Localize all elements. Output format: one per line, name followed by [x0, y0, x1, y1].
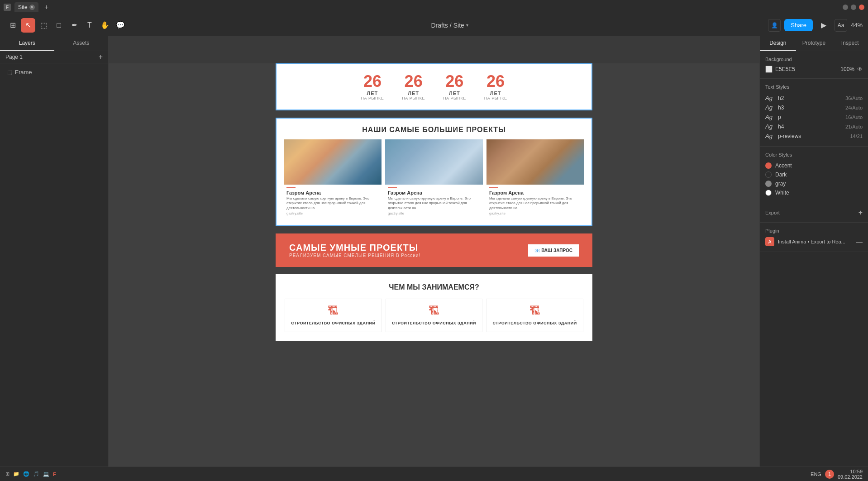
tab-assets[interactable]: Assets — [54, 36, 109, 51]
main-layout: Layers Assets Page 1 + ⬚ Frame 26 ЛЕТ — [0, 36, 868, 467]
canvas-area[interactable]: 26 ЛЕТ на рынке 26 ЛЕТ на рынке 26 ЛЕТ н… — [109, 36, 759, 467]
color-style-dark[interactable]: Dark — [765, 170, 863, 179]
project-link-2: gaztry.site — [388, 211, 480, 215]
close-btn[interactable] — [859, 5, 864, 10]
breadcrumb-separator: / — [450, 22, 452, 29]
pen-tool-btn[interactable]: ✒ — [67, 18, 81, 33]
stat-number-1: 26 — [361, 73, 384, 90]
color-style-gray[interactable]: gray — [765, 179, 863, 188]
share-button[interactable]: Share — [784, 19, 813, 31]
bg-visibility-btn[interactable]: 👁 — [857, 66, 863, 72]
stat-label-1: ЛЕТ — [361, 90, 384, 96]
style-size-h2: 36/Auto — [845, 95, 863, 101]
breadcrumb-drafts[interactable]: Drafts — [431, 22, 448, 29]
export-title: Export — [765, 210, 780, 215]
text-style-h2[interactable]: Ag h2 36/Auto — [765, 93, 863, 103]
status-datetime: 10:59 09.02.2022 — [838, 469, 863, 480]
text-style-p[interactable]: Ag p 16/Auto — [765, 112, 863, 122]
page-selector: Page 1 + — [0, 51, 108, 63]
frame-tool-btn[interactable]: ⬚ — [36, 18, 51, 33]
shape-tool-btn[interactable]: □ — [52, 18, 66, 33]
stat-item-3: 26 ЛЕТ на рынке — [443, 73, 466, 100]
status-time: 10:59 — [850, 469, 863, 474]
stat-sublabel-1: на рынке — [361, 96, 384, 100]
tab-layers[interactable]: Layers — [0, 36, 54, 51]
text-style-h4[interactable]: Ag h4 21/Auto — [765, 122, 863, 131]
export-row: Export + — [765, 209, 863, 217]
project-name-3: Газром Арена — [489, 190, 582, 195]
plugin-row: A Install Anima • Export to Rea... — — [765, 237, 863, 246]
bg-color-swatch[interactable] — [765, 66, 773, 73]
cta-button[interactable]: 📧 ВАШ ЗАПРОС — [528, 244, 579, 257]
add-page-btn[interactable]: + — [99, 53, 103, 61]
page-label[interactable]: Page 1 — [5, 54, 23, 60]
dark-swatch — [765, 171, 772, 178]
color-style-accent[interactable]: Accent — [765, 161, 863, 170]
select-tool-btn[interactable]: ↖ — [21, 18, 35, 33]
stats-section: 26 ЛЕТ на рынке 26 ЛЕТ на рынке 26 ЛЕТ н… — [276, 63, 592, 110]
status-figma-icon[interactable]: F — [53, 471, 56, 477]
style-ag-p: Ag — [765, 114, 774, 120]
menu-btn[interactable]: ⊞ — [5, 18, 20, 33]
style-size-h3: 24/Auto — [845, 105, 863, 110]
app-tab[interactable]: Site × — [14, 2, 38, 12]
project-card-1: Газром Арена Мы сделали самую крупную ар… — [284, 139, 382, 218]
maximize-btn[interactable] — [851, 5, 856, 10]
style-ag-p-reviews: Ag — [765, 133, 774, 139]
tab-prototype[interactable]: Prototype — [796, 36, 832, 51]
notification-badge: 1 — [825, 470, 834, 479]
tab-add-btn[interactable]: + — [42, 3, 51, 12]
project-link-1: gaztry.site — [286, 211, 379, 215]
service-card-3: 🏗 СТРОИТЕЛЬСТВО ОФИСНЫХ ЗДАНИЙ — [486, 299, 583, 332]
services-grid: 🏗 СТРОИТЕЛЬСТВО ОФИСНЫХ ЗДАНИЙ 🏗 СТРОИТЕ… — [285, 299, 583, 332]
text-style-p-reviews[interactable]: Ag p-reviews 14/21 — [765, 131, 863, 141]
comment-tool-btn[interactable]: 💬 — [113, 18, 128, 33]
text-style-h3[interactable]: Ag h3 24/Auto — [765, 103, 863, 112]
color-styles-title: Color Styles — [765, 152, 863, 157]
canvas-scroll[interactable]: 26 ЛЕТ на рынке 26 ЛЕТ на рынке 26 ЛЕТ н… — [109, 36, 759, 467]
tab-design[interactable]: Design — [760, 36, 796, 51]
tab-inspect[interactable]: Inspect — [832, 36, 868, 51]
status-language: ENG — [811, 471, 821, 477]
bg-color-hex[interactable]: E5E5E5 — [775, 66, 838, 72]
minimize-btn[interactable] — [843, 5, 848, 10]
play-btn[interactable]: ▶ — [816, 18, 831, 33]
status-folder-icon[interactable]: 📁 — [13, 471, 19, 477]
plugin-name: Install Anima • Export to Rea... — [778, 239, 853, 244]
bg-opacity[interactable]: 100% — [840, 66, 854, 72]
inspect-btn[interactable]: Aa — [835, 19, 847, 32]
breadcrumb-page[interactable]: Site ▾ — [453, 22, 468, 29]
plugin-remove-btn[interactable]: — — [856, 238, 863, 245]
project-name-2: Газром Арена — [388, 190, 480, 195]
project-info-1: Газром Арена Мы сделали самую крупную ар… — [284, 185, 382, 218]
right-panel: Design Prototype Inspect Background E5E5… — [759, 36, 868, 467]
project-img-3 — [486, 139, 584, 185]
color-style-white[interactable]: White — [765, 188, 863, 197]
white-name: White — [775, 190, 789, 196]
user-avatar-btn[interactable]: 👤 — [768, 19, 781, 32]
status-browser-icon[interactable]: 🌐 — [23, 471, 29, 477]
left-panel: Layers Assets Page 1 + ⬚ Frame — [0, 36, 109, 467]
canvas-top-banner — [109, 36, 759, 63]
zoom-level-btn[interactable]: 44% — [851, 22, 863, 29]
project-link-3: gaztry.site — [489, 211, 582, 215]
project-card-2: Газром Арена Мы сделали самую крупную ар… — [385, 139, 483, 218]
status-win-icon[interactable]: ⊞ — [5, 471, 10, 477]
text-tool-btn[interactable]: T — [82, 18, 97, 33]
background-section: Background E5E5E5 100% 👁 — [760, 51, 868, 79]
stat-number-3: 26 — [443, 73, 466, 90]
projects-title: НАШИ САМЫЕ БОЛЬШИЕ ПРОЕКТЫ — [284, 126, 584, 134]
layer-item-frame[interactable]: ⬚ Frame — [4, 67, 105, 77]
project-img-2 — [385, 139, 483, 185]
export-add-btn[interactable]: + — [858, 209, 863, 217]
status-ide-icon[interactable]: 💻 — [43, 471, 49, 477]
stat-label-2: ЛЕТ — [402, 90, 425, 96]
style-size-h4: 21/Auto — [845, 124, 863, 129]
tab-name: Site — [18, 4, 28, 10]
hand-tool-btn[interactable]: ✋ — [98, 18, 112, 33]
tab-close-btn[interactable]: × — [29, 5, 35, 10]
service-icon-1: 🏗 — [291, 305, 376, 317]
gray-name: gray — [775, 181, 786, 187]
status-media-icon[interactable]: 🎵 — [33, 471, 39, 477]
project-name-1: Газром Арена — [286, 190, 379, 195]
